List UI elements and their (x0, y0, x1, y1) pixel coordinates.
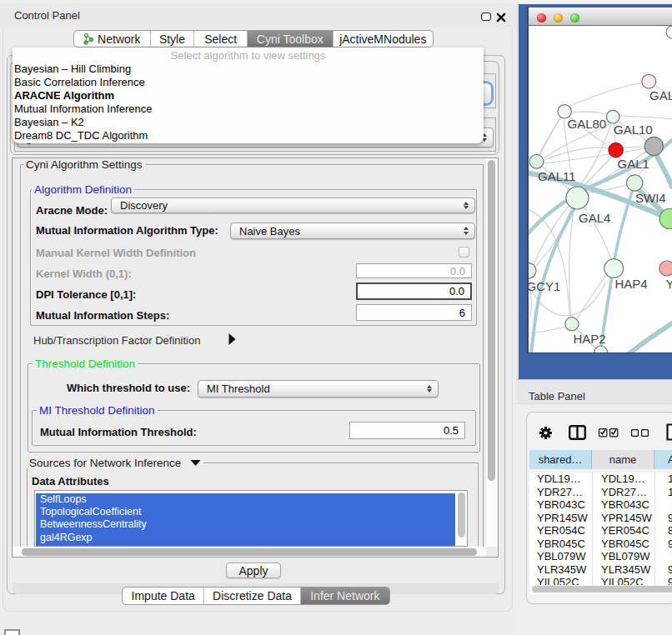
svg-text:YJ: YJ (666, 277, 672, 291)
svg-text:GAL4: GAL4 (579, 211, 610, 225)
svg-text:GCY1: GCY1 (529, 279, 560, 293)
svg-text:HAP4: HAP4 (615, 277, 648, 291)
svg-text:GAL80: GAL80 (568, 117, 607, 131)
svg-text:GAL10: GAL10 (614, 122, 653, 137)
svg-text:GAL7: GAL7 (649, 88, 672, 102)
svg-text:HAP2: HAP2 (574, 332, 606, 346)
svg-text:GAL11: GAL11 (538, 169, 576, 183)
svg-text:GAL1: GAL1 (618, 157, 649, 171)
svg-text:SWI4: SWI4 (635, 191, 666, 205)
